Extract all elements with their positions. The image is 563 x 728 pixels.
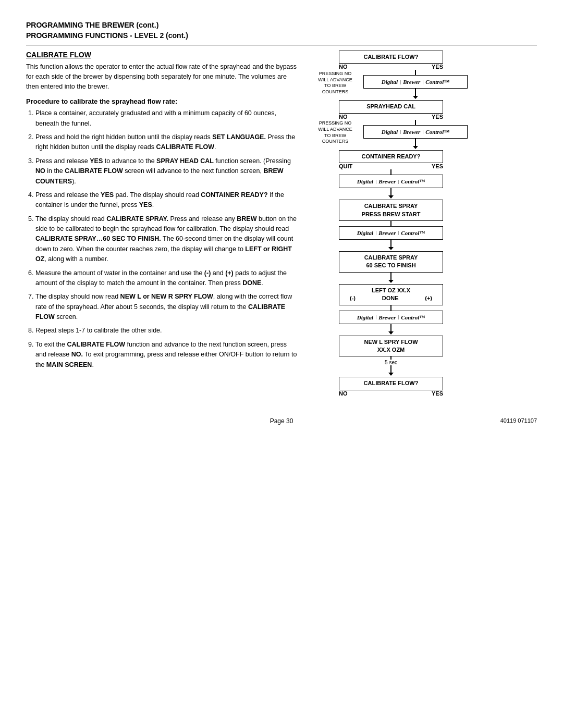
- flow-section-2: Digital | Brewer | Control™: [363, 120, 468, 146]
- flow-label-row-1: NO YES: [339, 64, 443, 70]
- brand-brewer-2: Brewer: [403, 129, 420, 135]
- flow-screen-1: Digital | Brewer | Control™: [363, 75, 468, 89]
- step-8: Repeat steps 1-7 to calibrate the other …: [35, 326, 297, 336]
- arrow-down-6: [390, 324, 391, 331]
- brand-brewer-4: Brewer: [378, 230, 396, 236]
- step-6: Measure the amount of water in the conta…: [35, 268, 297, 289]
- arrow-line-1: [415, 70, 416, 75]
- label-minus: (-): [350, 294, 356, 302]
- step-1: Place a container, accurately graduated …: [35, 108, 297, 129]
- flow-screen-2: Digital | Brewer | Control™: [363, 125, 468, 139]
- flow-box-calibrate-spray-start: CALIBRATE SPRAY PRESS BREW START: [339, 200, 443, 221]
- label-yes-8: YES: [432, 390, 443, 397]
- flow-box-calibrate-flow-q: CALIBRATE FLOW?: [339, 51, 443, 64]
- arrow-down-1: [415, 89, 416, 96]
- brand-brewer-1: Brewer: [403, 79, 420, 85]
- footer: Page 30 40119 071107: [26, 417, 537, 425]
- brand-digital-5: Digital: [357, 314, 373, 320]
- flow-box-new-l-spry: NEW L SPRY FLOW XX.X OZM: [339, 336, 443, 357]
- flow-row-note-2: PRESSING NO WILL ADVANCE TO BREW COUNTER…: [313, 120, 469, 146]
- arrow-down-3: [390, 188, 391, 195]
- brand-digital-4: Digital: [357, 230, 373, 236]
- flowchart: CALIBRATE FLOW? NO YES PRESSING NO WILL …: [313, 51, 469, 397]
- brand-digital-2: Digital: [382, 129, 398, 135]
- flow-box-left-oz: LEFT OZ XX.X (-) DONE (+): [339, 284, 443, 305]
- brand-digital-1: Digital: [382, 79, 398, 85]
- procedure-list: Place a container, accurately graduated …: [26, 108, 297, 370]
- flow-box-sprayhead-cal: SPRAYHEAD CAL: [339, 100, 443, 113]
- doc-number: 40119 071107: [366, 417, 537, 425]
- label-no-2: NO: [339, 114, 348, 120]
- flow-label-row-8: NO YES: [339, 390, 443, 397]
- brand-control-3: Control™: [401, 178, 425, 184]
- label-no-1: NO: [339, 64, 348, 70]
- flow-row-note-1: PRESSING NO WILL ADVANCE TO BREW COUNTER…: [313, 70, 469, 96]
- brand-brewer-5: Brewer: [378, 314, 396, 320]
- label-no-8: NO: [339, 390, 348, 397]
- page-title-sub: PROGRAMMING FUNCTIONS - LEVEL 2 (cont.): [26, 31, 537, 40]
- five-sec-label: 5 sec: [385, 360, 397, 365]
- arrow-down-7: [390, 365, 391, 373]
- flow-box-calibrate-flow-q-bottom: CALIBRATE FLOW?: [339, 377, 443, 390]
- flow-label-row-3: QUIT YES: [339, 163, 443, 169]
- label-yes-3: YES: [432, 163, 443, 169]
- divider: [26, 45, 537, 45]
- label-yes-1: YES: [432, 64, 443, 70]
- label-yes-2: YES: [432, 114, 443, 120]
- step-3: Press and release YES to advance to the …: [35, 156, 297, 187]
- flow-screen-3: Digital | Brewer | Control™: [339, 175, 443, 188]
- brand-control-1: Control™: [425, 79, 449, 85]
- note-2: PRESSING NO WILL ADVANCE TO BREW COUNTER…: [314, 120, 356, 145]
- step-9: To exit the CALIBRATE FLOW function and …: [35, 340, 297, 370]
- label-quit: QUIT: [339, 163, 352, 169]
- flow-screen-4: Digital | Brewer | Control™: [339, 226, 443, 240]
- arrow-down-5: [390, 273, 391, 280]
- flow-section-1: Digital | Brewer | Control™: [363, 70, 468, 96]
- label-done: DONE: [382, 294, 399, 302]
- step-5: The display should read CALIBRATE SPRAY.…: [35, 214, 297, 265]
- arrow-down-4: [390, 240, 391, 247]
- brand-control-4: Control™: [401, 230, 425, 236]
- brand-control-2: Control™: [425, 129, 449, 135]
- flow-box-calibrate-spray-60: CALIBRATE SPRAY 60 SEC TO FINISH: [339, 251, 443, 273]
- arrow-line-4: [390, 221, 391, 226]
- flow-label-row-2: NO YES: [339, 114, 443, 120]
- step-4: Press and release the YES pad. The displ…: [35, 190, 297, 211]
- left-column: CALIBRATE FLOW This function allows the …: [26, 51, 297, 374]
- brand-digital-3: Digital: [357, 178, 373, 184]
- page-title-main: PROGRAMMING THE BREWER (cont.): [26, 21, 537, 29]
- arrow-line-3: [390, 169, 391, 175]
- arrow-line-2: [415, 120, 416, 125]
- brand-brewer-3: Brewer: [378, 178, 396, 184]
- flow-screen-5: Digital | Brewer | Control™: [339, 311, 443, 324]
- brand-control-5: Control™: [401, 314, 425, 320]
- section-title: CALIBRATE FLOW: [26, 51, 297, 59]
- arrow-line-6: [390, 305, 391, 311]
- page-number: Page 30: [197, 417, 367, 425]
- arrow-down-2: [415, 139, 416, 146]
- flow-box-container-ready: CONTAINER READY?: [339, 150, 443, 163]
- proc-title: Procedure to calibrate the sprayhead flo…: [26, 97, 297, 105]
- intro-text: This function allows the operator to ent…: [26, 62, 297, 91]
- step-7: The display should now read NEW L or NEW…: [35, 292, 297, 322]
- label-plus: (+): [425, 294, 432, 302]
- note-1: PRESSING NO WILL ADVANCE TO BREW COUNTER…: [314, 71, 356, 95]
- step-2: Press and hold the right hidden button u…: [35, 132, 297, 153]
